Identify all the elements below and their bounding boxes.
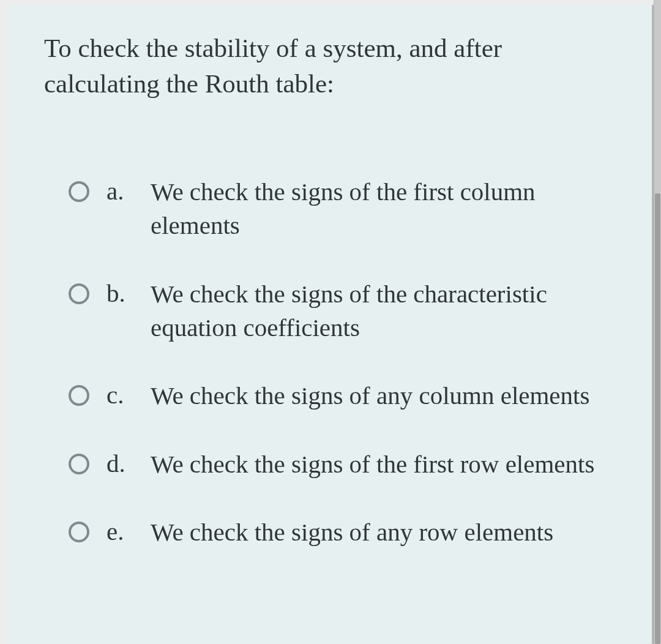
option-e[interactable]: e. We check the signs of any row element… — [69, 515, 615, 549]
option-letter: e. — [106, 515, 133, 548]
option-letter: d. — [106, 447, 133, 480]
option-b[interactable]: b. We check the signs of the characteris… — [69, 277, 615, 345]
options-list: a. We check the signs of the first colum… — [44, 175, 621, 549]
option-letter: a. — [106, 175, 133, 208]
radio-icon[interactable] — [69, 283, 89, 304]
option-a[interactable]: a. We check the signs of the first colum… — [69, 175, 615, 243]
scroll-thumb[interactable] — [655, 193, 660, 644]
radio-icon[interactable] — [69, 454, 89, 474]
scrollbar[interactable] — [654, 0, 661, 644]
option-text: We check the signs of the first column e… — [151, 175, 615, 243]
question-text: To check the stability of a system, and … — [44, 31, 621, 102]
option-text: We check the signs of the characteristic… — [151, 277, 615, 345]
option-d[interactable]: d. We check the signs of the first row e… — [69, 447, 615, 481]
option-text: We check the signs of any column element… — [151, 379, 615, 413]
option-text: We check the signs of any row elements — [151, 515, 615, 549]
radio-icon[interactable] — [69, 181, 89, 202]
radio-icon[interactable] — [69, 522, 89, 542]
option-letter: b. — [106, 277, 133, 310]
option-letter: c. — [106, 379, 133, 411]
question-card: To check the stability of a system, and … — [7, 5, 654, 644]
option-text: We check the signs of the first row elem… — [151, 447, 615, 481]
radio-icon[interactable] — [69, 385, 89, 406]
option-c[interactable]: c. We check the signs of any column elem… — [69, 379, 615, 413]
page-frame: To check the stability of a system, and … — [0, 0, 661, 644]
